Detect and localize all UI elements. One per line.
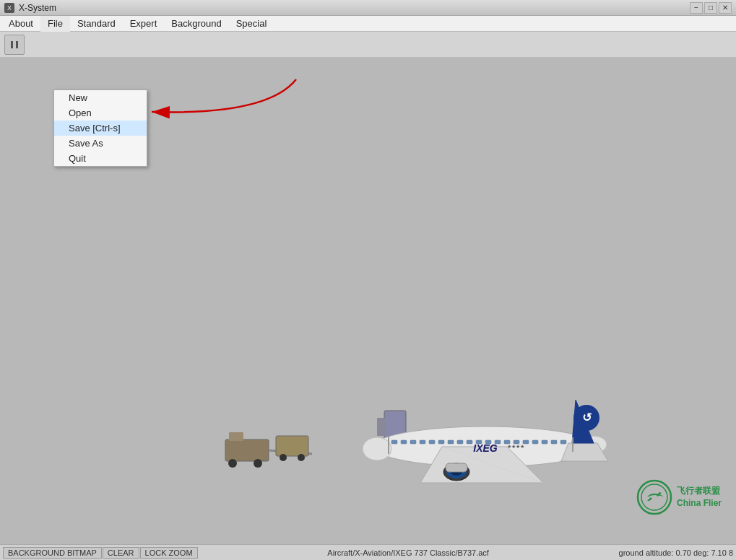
svg-rect-8: [276, 436, 308, 456]
aircraft-svg: ↺ IXEG ★★★★: [218, 299, 608, 508]
menu-bar: About File Standard Expert Background Sp…: [0, 16, 736, 32]
dropdown-new[interactable]: New: [54, 90, 147, 105]
svg-rect-45: [551, 440, 557, 444]
menu-item-special[interactable]: Special: [229, 16, 274, 32]
svg-rect-40: [504, 440, 510, 444]
maximize-button[interactable]: □: [704, 2, 717, 14]
status-bar: BACKGROUND BITMAP CLEAR LOCK ZOOM Aircra…: [0, 544, 736, 560]
minimize-button[interactable]: −: [690, 2, 703, 14]
svg-rect-31: [420, 440, 425, 444]
pause-icon: [9, 39, 20, 51]
svg-point-9: [280, 454, 287, 461]
svg-rect-3: [225, 439, 269, 461]
svg-point-49: [638, 481, 671, 514]
watermark-logo-svg: [636, 479, 672, 515]
svg-text:IXEG: IXEG: [473, 442, 498, 454]
svg-point-14: [363, 437, 391, 460]
svg-rect-29: [401, 440, 407, 444]
svg-rect-33: [438, 440, 444, 444]
clear-button[interactable]: CLEAR: [103, 547, 139, 559]
svg-rect-0: [11, 41, 13, 48]
svg-rect-38: [485, 440, 491, 444]
svg-text:↺: ↺: [581, 411, 591, 424]
svg-rect-4: [229, 432, 243, 441]
menu-item-background[interactable]: Background: [164, 16, 228, 32]
svg-rect-39: [495, 440, 501, 444]
file-dropdown: New Open Save [Ctrl-s] Save As Quit: [53, 89, 147, 167]
svg-rect-36: [467, 440, 472, 444]
svg-rect-25: [446, 463, 467, 472]
watermark: 飞行者联盟 China Flier: [636, 479, 722, 515]
dropdown-open[interactable]: Open: [54, 105, 147, 121]
watermark-line1: 飞行者联盟: [677, 485, 722, 497]
menu-item-expert[interactable]: Expert: [123, 16, 165, 32]
svg-rect-35: [457, 440, 463, 444]
main-viewport: New Open Save [Ctrl-s] Save As Quit: [0, 58, 736, 544]
dropdown-save-as[interactable]: Save As: [54, 136, 147, 151]
title-controls: − □ ✕: [690, 2, 732, 14]
svg-rect-37: [476, 440, 482, 444]
pause-button[interactable]: [4, 35, 25, 55]
title-bar: X X-System − □ ✕: [0, 0, 736, 16]
lock-zoom-button[interactable]: LOCK ZOOM: [140, 547, 198, 559]
svg-rect-30: [410, 440, 416, 444]
status-left: BACKGROUND BITMAP CLEAR LOCK ZOOM: [3, 547, 198, 559]
dropdown-save[interactable]: Save [Ctrl-s]: [54, 121, 147, 136]
status-right-text: ground altitude: 0.70 deg: 7.10 8: [619, 548, 733, 557]
aircraft-container: ↺ IXEG ★★★★: [218, 299, 594, 501]
svg-point-6: [254, 459, 262, 468]
toolbar: [0, 32, 736, 58]
menu-item-standard[interactable]: Standard: [70, 16, 123, 32]
svg-point-10: [298, 454, 305, 461]
svg-rect-1: [16, 41, 18, 48]
svg-rect-12: [377, 418, 386, 436]
svg-rect-47: [388, 436, 389, 454]
svg-rect-28: [391, 440, 397, 444]
menu-item-about[interactable]: About: [1, 16, 40, 32]
svg-point-5: [228, 459, 237, 468]
svg-text:★★★★: ★★★★: [507, 444, 524, 449]
svg-point-50: [641, 484, 667, 510]
status-mid-text: Aircraft/X-Aviation/IXEG 737 Classic/B73…: [198, 548, 619, 557]
title-bar-left: X X-System: [4, 3, 56, 13]
svg-rect-43: [532, 440, 538, 444]
menu-item-file[interactable]: File: [40, 16, 70, 32]
svg-rect-32: [429, 440, 435, 444]
background-bitmap-button[interactable]: BACKGROUND BITMAP: [3, 547, 102, 559]
dropdown-quit[interactable]: Quit: [54, 151, 147, 166]
svg-rect-42: [523, 440, 529, 444]
title-text: X-System: [19, 3, 56, 13]
svg-rect-41: [514, 440, 519, 444]
svg-rect-44: [542, 440, 547, 444]
close-button[interactable]: ✕: [719, 2, 732, 14]
app-icon: X: [4, 3, 14, 13]
svg-rect-46: [560, 440, 566, 444]
watermark-line2: China Flier: [677, 497, 722, 509]
watermark-text: 飞行者联盟 China Flier: [677, 485, 722, 509]
svg-rect-34: [448, 440, 454, 444]
svg-rect-48: [572, 437, 573, 452]
